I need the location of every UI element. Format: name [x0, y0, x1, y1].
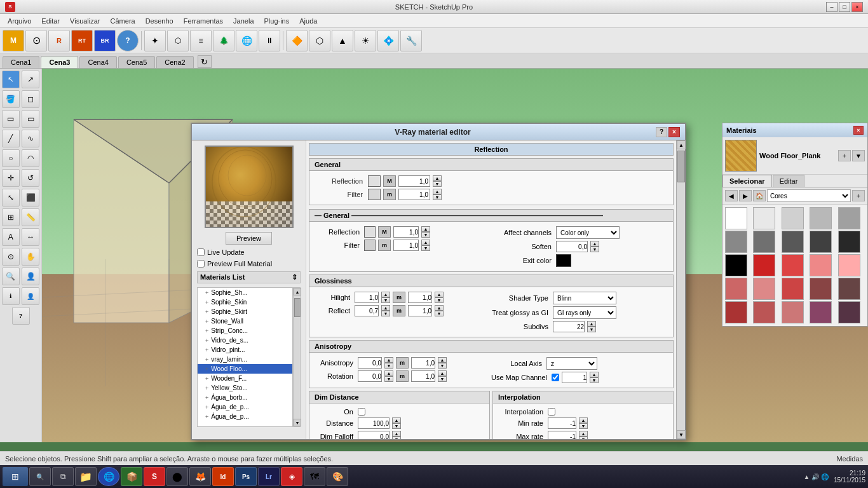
- menu-arquivo[interactable]: Arquivo: [3, 16, 36, 26]
- color-swatch-11[interactable]: [753, 254, 775, 276]
- min-rate-input[interactable]: [548, 417, 576, 429]
- menu-plugins[interactable]: Plug-ins: [259, 16, 295, 26]
- color-swatch-8[interactable]: [810, 231, 832, 253]
- mat-list-item[interactable]: +Strip_Conc...: [198, 326, 292, 336]
- color-swatch-7[interactable]: [782, 231, 804, 253]
- filter-color-swatch[interactable]: [368, 189, 381, 200]
- rotation-input1[interactable]: [358, 370, 382, 382]
- reflect-up[interactable]: ▲: [381, 305, 390, 311]
- map-chan-up[interactable]: ▲: [590, 372, 599, 377]
- color-swatch-23[interactable]: [810, 301, 832, 323]
- close-button[interactable]: ×: [851, 2, 863, 12]
- dim-distance-input[interactable]: [358, 417, 390, 429]
- left-rect-btn[interactable]: ▭: [2, 110, 20, 128]
- dim-fall-up[interactable]: ▲: [392, 431, 401, 437]
- mat-list-item[interactable]: +Sophie_Skin: [198, 297, 292, 307]
- color-swatch-10[interactable]: [725, 254, 747, 276]
- mat-scroll-down[interactable]: ▼: [294, 419, 301, 426]
- toolbar-btn-rt[interactable]: RT: [71, 30, 93, 51]
- toolbar-btn-tree[interactable]: 🌲: [213, 30, 234, 51]
- toolbar-btn-cube[interactable]: ⬡: [309, 30, 330, 51]
- toolbar-btn-arrow-up[interactable]: ▲: [332, 30, 353, 51]
- taskbar-icon-paint[interactable]: 🎨: [327, 467, 348, 486]
- rot-up2[interactable]: ▲: [438, 370, 447, 376]
- left-scale-btn[interactable]: ⤡: [2, 189, 20, 207]
- tab-cena4[interactable]: Cena4: [79, 56, 116, 68]
- taskbar-icon-taskview[interactable]: ⧉: [52, 467, 74, 486]
- refl-up[interactable]: ▲: [421, 226, 430, 232]
- toolbar-btn-diamond[interactable]: 💠: [377, 30, 399, 51]
- live-update-checkbox[interactable]: [197, 248, 205, 256]
- hilight-down[interactable]: ▼: [381, 297, 390, 303]
- taskbar-icon-photoshop[interactable]: Ps: [235, 467, 257, 486]
- treat-glossy-select[interactable]: GI rays only Always Never: [553, 306, 616, 319]
- mat-list-item[interactable]: +Vidro_de_s...: [198, 336, 292, 345]
- taskbar-icon-files[interactable]: 📁: [75, 467, 97, 486]
- taskbar-icon-sketchup[interactable]: S: [144, 467, 165, 486]
- taskbar-icon-map[interactable]: 🗺: [304, 467, 325, 486]
- mat-nav-forward[interactable]: ▶: [739, 190, 752, 201]
- anisotropy-input2[interactable]: [411, 357, 435, 369]
- affect-channels-select[interactable]: Color only All channels: [556, 226, 620, 239]
- color-swatch-4[interactable]: [838, 207, 860, 229]
- mat-list-item[interactable]: +Wood Floo...: [198, 364, 292, 374]
- color-swatch-12[interactable]: [782, 254, 804, 276]
- left-rotate-btn[interactable]: ↺: [22, 169, 39, 187]
- rot-down[interactable]: ▼: [384, 376, 393, 382]
- filter-value[interactable]: [398, 189, 430, 200]
- subdivs-up[interactable]: ▲: [587, 321, 596, 327]
- menu-visualizar[interactable]: Visualizar: [65, 16, 105, 26]
- refl-down[interactable]: ▼: [421, 232, 430, 238]
- materiais-close-btn[interactable]: ×: [853, 126, 864, 135]
- taskbar-icon-browser[interactable]: 🌐: [98, 467, 119, 486]
- vray-scroll-down[interactable]: ▼: [677, 430, 686, 439]
- use-map-channel-input[interactable]: [562, 372, 587, 383]
- hilight-input2[interactable]: [408, 292, 432, 303]
- left-arc-btn[interactable]: ◠: [22, 149, 39, 167]
- filter-m-btn[interactable]: m: [383, 189, 396, 200]
- color-swatch-22[interactable]: [782, 301, 804, 323]
- color-swatch-6[interactable]: [753, 231, 775, 253]
- hilight-up2[interactable]: ▲: [435, 292, 444, 297]
- mat-nav-dropdown[interactable]: Cores: [767, 189, 851, 202]
- toolbar-btn-hex[interactable]: ⬡: [167, 30, 189, 51]
- interp-checkbox[interactable]: [548, 408, 555, 416]
- left-help-btn[interactable]: ?: [12, 307, 30, 325]
- mat-nav-back[interactable]: ◀: [725, 190, 738, 201]
- maximize-button[interactable]: □: [839, 2, 850, 12]
- toolbar-btn-sphere[interactable]: 🔶: [286, 30, 308, 51]
- mat-action-2[interactable]: ▼: [852, 150, 865, 161]
- vray-scroll-up[interactable]: ▲: [677, 140, 686, 149]
- materials-list-scroll-btn[interactable]: ⇕: [292, 273, 297, 281]
- mat-list-item[interactable]: +vray_lamin...: [198, 355, 292, 364]
- color-swatch-14[interactable]: [838, 254, 860, 276]
- aniso-m[interactable]: m: [396, 357, 409, 369]
- dim-dist-up[interactable]: ▲: [392, 417, 401, 423]
- mat-list-item[interactable]: +Sophie_Sh...: [198, 288, 292, 297]
- aniso-down[interactable]: ▼: [384, 363, 393, 369]
- soften-input[interactable]: [556, 241, 588, 252]
- left-select2-btn[interactable]: ↗: [22, 71, 39, 88]
- start-button[interactable]: ⊞: [3, 467, 28, 486]
- aniso-up2[interactable]: ▲: [438, 357, 447, 363]
- reflection-value[interactable]: [398, 175, 430, 187]
- shader-type-select[interactable]: Blinn Phong: [553, 292, 616, 304]
- menu-ferramentas[interactable]: Ferramentas: [179, 16, 228, 26]
- refresh-btn[interactable]: ↻: [198, 55, 212, 68]
- filter-swatch[interactable]: [364, 240, 376, 251]
- tab-cena3[interactable]: Cena3: [41, 56, 78, 68]
- left-offset-btn[interactable]: ⊞: [2, 208, 20, 226]
- soften-up[interactable]: ▲: [590, 241, 599, 247]
- filter-input[interactable]: [393, 240, 419, 251]
- mat-scroll-up[interactable]: ▲: [294, 288, 301, 295]
- subdivs-down[interactable]: ▼: [587, 327, 596, 332]
- color-swatch-16[interactable]: [753, 278, 775, 300]
- rot-m[interactable]: m: [396, 370, 409, 382]
- menu-editar[interactable]: Editar: [36, 16, 65, 26]
- toolbar-btn-layers[interactable]: ≡: [190, 30, 212, 51]
- aniso-up[interactable]: ▲: [384, 357, 393, 363]
- mat-action-1[interactable]: +: [838, 150, 851, 161]
- local-axis-select[interactable]: z x y: [546, 357, 597, 370]
- max-rate-input[interactable]: [548, 431, 576, 439]
- mat-tab-editar[interactable]: Editar: [773, 175, 805, 187]
